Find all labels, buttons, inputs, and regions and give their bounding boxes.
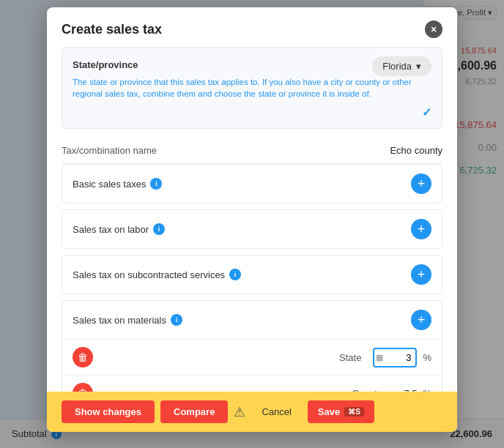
tax-name-value[interactable]: Echo county xyxy=(390,145,442,156)
sales-tax-labor-row[interactable]: Sales tax on labor i + xyxy=(62,210,442,248)
sales-tax-labor-add-button[interactable]: + xyxy=(411,219,431,239)
tax-name-label: Tax/combination name xyxy=(62,145,157,156)
save-label: Save xyxy=(318,406,340,417)
sales-tax-subcontracted-label-row: Sales tax on subcontracted services i xyxy=(73,269,241,280)
modal-title: Create sales tax xyxy=(62,22,162,37)
close-button[interactable]: × xyxy=(425,20,442,38)
state-section: State/province Florida ▾ The state or pr… xyxy=(62,47,442,129)
state-tax-row: 🗑 State ▦ % xyxy=(62,340,442,376)
save-button[interactable]: Save ⌘S xyxy=(308,400,374,423)
sales-tax-labor-info-icon: i xyxy=(153,223,165,235)
basic-sales-taxes-info-icon: i xyxy=(150,178,162,190)
basic-sales-taxes-label-row: Basic sales taxes i xyxy=(73,178,162,190)
checkmark-icon: ✓ xyxy=(422,105,431,119)
save-kbd-hint: ⌘S xyxy=(344,407,364,417)
sales-tax-materials-section: Sales tax on materials i + 🗑 State ▦ xyxy=(62,300,442,392)
show-changes-button[interactable]: Show changes xyxy=(62,400,155,423)
state-tax-delete-button[interactable]: 🗑 xyxy=(73,347,93,367)
dropdown-arrow-icon: ▾ xyxy=(416,61,421,72)
basic-sales-taxes-section: Basic sales taxes i + xyxy=(62,164,442,204)
warning-icon: ⚠ xyxy=(234,404,245,420)
state-label-row: State/province Florida ▾ xyxy=(73,56,431,76)
county-tax-delete-button[interactable]: 🗑 xyxy=(73,383,93,392)
create-sales-tax-modal: Create sales tax × State/province Florid… xyxy=(47,7,457,432)
modal-body: State/province Florida ▾ The state or pr… xyxy=(47,47,457,392)
sales-tax-subcontracted-info-icon: i xyxy=(229,269,241,280)
cancel-button[interactable]: Cancel xyxy=(251,400,301,423)
basic-sales-taxes-label: Basic sales taxes xyxy=(73,179,146,190)
sales-tax-subcontracted-row[interactable]: Sales tax on subcontracted services i + xyxy=(62,255,442,294)
trash-icon: 🗑 xyxy=(78,351,88,363)
state-tax-pct: % xyxy=(423,352,431,363)
sales-tax-materials-add-button[interactable]: + xyxy=(411,310,431,330)
calendar-icon: ▦ xyxy=(376,353,383,362)
compare-button[interactable]: Compare xyxy=(160,400,228,423)
sales-tax-subcontracted-label: Sales tax on subcontracted services xyxy=(73,269,225,280)
state-dropdown-value: Florida xyxy=(382,61,412,72)
sales-tax-labor-section: Sales tax on labor i + xyxy=(62,209,442,249)
state-tax-label: State xyxy=(339,352,361,363)
sales-tax-materials-row[interactable]: Sales tax on materials i + xyxy=(62,301,442,339)
modal-header: Create sales tax × xyxy=(47,7,457,47)
sales-tax-materials-label: Sales tax on materials xyxy=(73,315,166,326)
county-tax-row: 🗑 County 7.5 % xyxy=(62,376,442,392)
sales-tax-labor-label: Sales tax on labor xyxy=(73,224,149,235)
state-description: The state or province that this sales ta… xyxy=(73,76,431,100)
materials-sub-rows: 🗑 State ▦ % 🗑 County xyxy=(62,339,442,392)
sales-tax-subcontracted-add-button[interactable]: + xyxy=(411,264,431,285)
modal-footer: Show changes Compare ⚠ Cancel Save ⌘S xyxy=(47,392,457,432)
state-dropdown[interactable]: Florida ▾ xyxy=(372,56,431,76)
sales-tax-labor-label-row: Sales tax on labor i xyxy=(73,223,165,235)
basic-sales-taxes-add-button[interactable]: + xyxy=(411,173,431,194)
basic-sales-taxes-row[interactable]: Basic sales taxes i + xyxy=(62,165,442,203)
modal-overlay: Create sales tax × State/province Florid… xyxy=(0,0,504,448)
sales-tax-materials-info-icon: i xyxy=(171,314,182,326)
state-province-label: State/province xyxy=(73,59,138,70)
sales-tax-materials-label-row: Sales tax on materials i xyxy=(73,314,182,326)
state-tax-input-wrapper: ▦ xyxy=(373,348,417,367)
sales-tax-subcontracted-section: Sales tax on subcontracted services i + xyxy=(62,255,442,294)
tax-name-row: Tax/combination name Echo county xyxy=(62,138,442,164)
